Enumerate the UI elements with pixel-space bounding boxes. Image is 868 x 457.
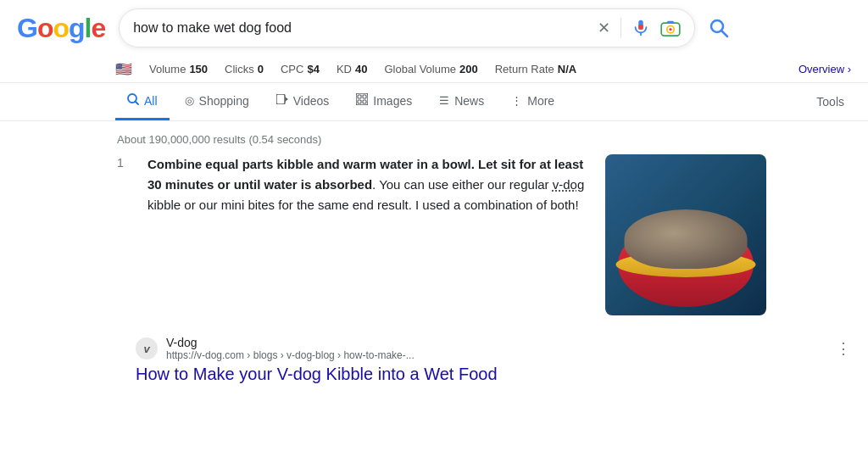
tab-shopping[interactable]: ◎ Shopping xyxy=(173,84,261,120)
logo-o1: o xyxy=(37,13,53,44)
google-logo[interactable]: Google xyxy=(17,13,105,44)
tools-tab[interactable]: Tools xyxy=(810,85,851,119)
dog-food-bowl-image xyxy=(605,154,766,315)
featured-snippet: 1 Combine equal parts kibble and warm wa… xyxy=(117,154,851,315)
clicks-label: Clicks xyxy=(225,63,254,75)
svg-rect-14 xyxy=(363,95,366,98)
favicon-letter: v xyxy=(143,343,149,355)
search-icons: ✕ xyxy=(598,18,681,38)
metric-kd: KD 40 xyxy=(337,63,368,75)
svg-rect-13 xyxy=(358,95,361,98)
tab-news-label: News xyxy=(454,94,484,108)
organic-result: v V-dog https://v-dog.com › blogs › v-do… xyxy=(117,329,851,384)
site-info: V-dog https://v-dog.com › blogs › v-dog-… xyxy=(166,336,415,361)
cpc-label: CPC xyxy=(281,63,303,75)
logo-o2: o xyxy=(53,13,69,44)
results-area: About 190,000,000 results (0.54 seconds)… xyxy=(0,121,868,384)
tab-videos[interactable]: Videos xyxy=(264,84,342,120)
metric-global-volume: Global Volume 200 xyxy=(384,63,477,75)
tab-more[interactable]: ⋮ More xyxy=(499,84,566,120)
snippet-image xyxy=(605,154,766,315)
logo-g: G xyxy=(17,13,37,44)
tab-images-label: Images xyxy=(373,94,412,108)
result-count: About 190,000,000 results (0.54 seconds) xyxy=(117,128,851,154)
metric-clicks: Clicks 0 xyxy=(225,63,264,75)
svg-rect-10 xyxy=(276,94,285,104)
clear-icon: ✕ xyxy=(598,19,610,37)
search-submit-icon xyxy=(709,18,729,38)
kd-label: KD xyxy=(337,63,352,75)
clear-button[interactable]: ✕ xyxy=(598,19,610,37)
vdog-link[interactable]: v-dog xyxy=(553,177,585,192)
search-bar[interactable]: ✕ xyxy=(119,8,695,47)
global-volume-value: 200 xyxy=(459,63,478,75)
svg-marker-11 xyxy=(285,97,288,102)
search-submit-button[interactable] xyxy=(709,18,729,38)
snippet-number: 1 xyxy=(117,154,131,170)
nav-tabs: All ◎ Shopping Videos Images ☰ News ⋮ Mo… xyxy=(0,83,868,121)
svg-rect-5 xyxy=(667,21,674,24)
videos-tab-icon xyxy=(276,94,288,107)
search-input[interactable] xyxy=(133,20,589,36)
shopping-tab-icon: ◎ xyxy=(185,94,194,107)
metric-return-rate: Return Rate N/A xyxy=(495,63,576,75)
metric-cpc: CPC $4 xyxy=(281,63,320,75)
return-rate-value: N/A xyxy=(558,63,576,75)
svg-line-7 xyxy=(722,31,728,37)
metric-volume: Volume 150 xyxy=(149,63,208,75)
camera-icon xyxy=(660,20,681,36)
global-volume-label: Global Volume xyxy=(384,63,456,75)
svg-rect-16 xyxy=(363,100,366,103)
flag-icon: 🇺🇸 xyxy=(115,61,132,77)
site-header: v V-dog https://v-dog.com › blogs › v-do… xyxy=(136,336,851,361)
tab-news[interactable]: ☰ News xyxy=(427,84,496,120)
return-rate-label: Return Rate xyxy=(495,63,554,75)
all-tab-icon xyxy=(127,93,139,108)
mic-icon xyxy=(632,19,650,37)
volume-label: Volume xyxy=(149,63,186,75)
seo-bar: 🇺🇸 Volume 150 Clicks 0 CPC $4 KD 40 Glob… xyxy=(0,56,868,83)
site-url: https://v-dog.com › blogs › v-dog-blog ›… xyxy=(166,349,415,361)
site-favicon: v xyxy=(136,337,158,359)
result-title-link[interactable]: How to Make your V-dog Kibble into a Wet… xyxy=(136,365,851,384)
cpc-value: $4 xyxy=(307,63,319,75)
snippet-text: Combine equal parts kibble and warm wate… xyxy=(147,154,588,215)
volume-value: 150 xyxy=(189,63,208,75)
overview-link[interactable]: Overview › xyxy=(798,63,851,75)
header: Google ✕ xyxy=(0,0,868,56)
bowl-food xyxy=(625,209,748,269)
logo-e: e xyxy=(91,13,105,44)
tab-shopping-label: Shopping xyxy=(199,94,249,108)
camera-button[interactable] xyxy=(660,20,681,36)
svg-line-9 xyxy=(136,102,139,105)
news-tab-icon: ☰ xyxy=(439,94,449,107)
svg-rect-15 xyxy=(358,100,361,103)
site-name: V-dog xyxy=(166,336,415,349)
tab-all[interactable]: All xyxy=(115,83,170,120)
divider xyxy=(620,18,621,38)
tab-more-label: More xyxy=(527,94,554,108)
more-tab-icon: ⋮ xyxy=(511,94,522,107)
kd-value: 40 xyxy=(355,63,367,75)
tab-all-label: All xyxy=(144,94,158,108)
result-menu-icon[interactable]: ⋮ xyxy=(836,339,851,358)
logo-l: l xyxy=(85,13,92,44)
svg-rect-1 xyxy=(638,25,643,29)
svg-point-4 xyxy=(670,28,672,31)
logo-g2: g xyxy=(69,13,85,44)
mic-button[interactable] xyxy=(632,19,650,37)
clicks-value: 0 xyxy=(258,63,264,75)
images-tab-icon xyxy=(356,93,368,108)
tab-videos-label: Videos xyxy=(293,94,330,108)
tab-images[interactable]: Images xyxy=(344,83,424,120)
